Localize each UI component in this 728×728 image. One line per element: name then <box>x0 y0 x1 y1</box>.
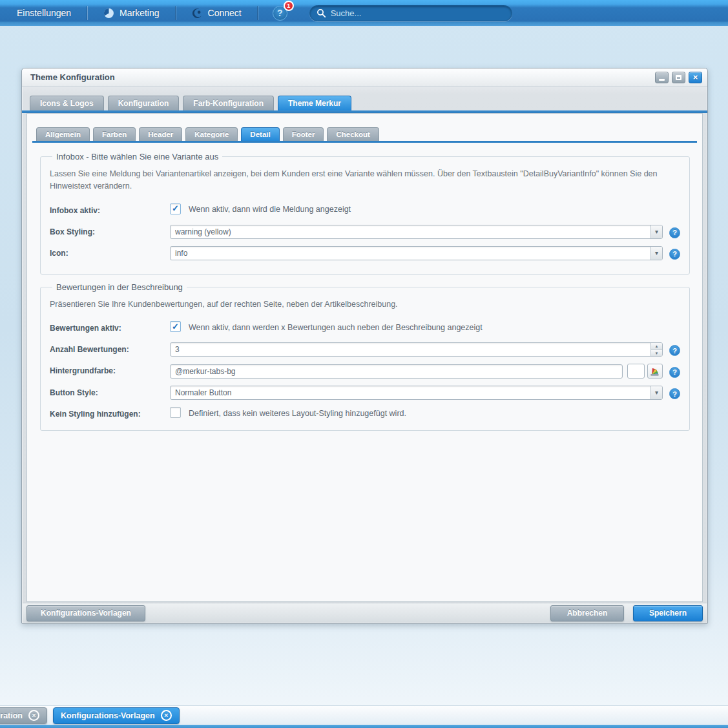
menu-item-marketing[interactable]: Marketing <box>93 2 169 24</box>
menu-separator <box>257 6 258 20</box>
maximize-icon <box>676 75 681 80</box>
fieldset-bewertungen: Bewertungen in der Beschreibung Präsenti… <box>40 282 690 432</box>
help-icon[interactable]: ? <box>669 345 680 356</box>
check-icon: ✓ <box>172 322 179 331</box>
field-label: Anzahl Bewertungen: <box>50 342 170 354</box>
subtab-header[interactable]: Header <box>139 127 182 141</box>
spinner-buttons: ▲ ▼ <box>650 343 662 356</box>
subtab-farben[interactable]: Farben <box>93 127 136 141</box>
menu-item-label: Einstellungen <box>17 8 71 18</box>
taskbar: uration × Konfigurations-Vorlagen × <box>0 705 728 725</box>
window-title: Theme Konfiguration <box>30 72 652 82</box>
checkbox-description: Wenn aktiv, dann werden x Bewertungen au… <box>189 322 483 332</box>
hintergrundfarbe-input[interactable] <box>170 364 623 379</box>
infobox-aktiv-checkbox[interactable]: ✓ <box>170 203 181 214</box>
chevron-down-icon[interactable]: ▾ <box>650 247 662 260</box>
field-label: Bewertungen aktiv: <box>50 321 170 333</box>
form-row-box-styling: Box Styling: ▾ ? <box>50 225 680 239</box>
subtab-checkout[interactable]: Checkout <box>327 127 379 141</box>
form-row-button-style: Button Style: ▾ ? <box>50 386 680 400</box>
taskbar-item-konfiguration[interactable]: uration × <box>0 707 47 724</box>
field-label: Hintergrundfarbe: <box>50 364 170 375</box>
menu-item-label: Connect <box>208 8 242 18</box>
subtab-kategorie[interactable]: Kategorie <box>185 127 238 141</box>
color-picker-button[interactable] <box>647 364 663 379</box>
menu-item-connect[interactable]: Connect <box>182 2 252 24</box>
sub-tabstrip: Allgemein Farben Header Kategorie Detail… <box>32 127 697 141</box>
main-tabstrip: Icons & Logos Konfiguration Farb-Konfigu… <box>22 87 707 110</box>
notification-badge[interactable]: 1 <box>284 1 294 11</box>
help-icon[interactable]: ? <box>669 249 680 260</box>
kein-styling-checkbox[interactable] <box>170 407 181 418</box>
check-icon: ✓ <box>172 204 179 213</box>
close-icon[interactable]: × <box>28 710 39 721</box>
color-swatch[interactable] <box>627 364 645 379</box>
help-icon[interactable]: ? <box>669 388 680 399</box>
tab-icons-logos[interactable]: Icons & Logos <box>30 96 104 110</box>
field-label: Infobox aktiv: <box>50 203 170 215</box>
pie-chart-icon <box>103 8 114 19</box>
fieldset-infobox: Infobox - Bitte wählen Sie eine Variante… <box>40 152 690 275</box>
checkbox-description: Definiert, dass kein weiteres Layout-Sty… <box>189 408 406 418</box>
tab-konfiguration[interactable]: Konfiguration <box>108 96 180 110</box>
taskbar-item-label: uration <box>0 711 23 720</box>
help-icon[interactable]: ? <box>669 367 680 378</box>
box-styling-combobox[interactable] <box>170 225 663 239</box>
button-style-combobox[interactable] <box>170 386 663 400</box>
close-button[interactable]: × <box>689 72 702 83</box>
fieldset-legend: Bewertungen in der Beschreibung <box>52 282 187 292</box>
anzahl-bewertungen-spinner[interactable] <box>170 342 663 357</box>
subtab-detail[interactable]: Detail <box>241 127 279 141</box>
icon-combobox[interactable] <box>170 246 663 260</box>
field-label: Kein Styling hinzufügen: <box>50 407 170 419</box>
spinner-down-icon[interactable]: ▼ <box>650 350 662 357</box>
close-icon[interactable]: × <box>161 710 172 721</box>
chevron-down-icon[interactable]: ▾ <box>650 386 662 399</box>
field-label: Icon: <box>50 246 170 258</box>
field-label: Button Style: <box>50 386 170 397</box>
connect-crescent-icon <box>192 8 203 19</box>
spinner-up-icon[interactable]: ▲ <box>650 343 662 350</box>
taskbar-item-label: Konfigurations-Vorlagen <box>61 711 155 720</box>
help-widget: ? 1 <box>273 6 287 21</box>
chevron-down-icon[interactable]: ▾ <box>650 225 662 238</box>
tab-theme-merkur[interactable]: Theme Merkur <box>278 96 351 110</box>
theme-konfiguration-window: Theme Konfiguration × Icons & Logos Konf… <box>21 68 708 624</box>
checkbox-description: Wenn aktiv, dann wird die Meldung angeze… <box>189 203 351 214</box>
fieldset-description: Lassen Sie eine Meldung bei Variantenart… <box>50 168 680 192</box>
form-row-hintergrundfarbe: Hintergrundfarbe: <box>50 364 680 379</box>
subtab-footer[interactable]: Footer <box>283 127 324 141</box>
subtab-allgemein[interactable]: Allgemein <box>36 127 90 141</box>
bottom-accent-strip <box>0 725 728 728</box>
minimize-icon <box>659 79 665 81</box>
form-row-infobox-aktiv: Infobox aktiv: ✓ Wenn aktiv, dann wird d… <box>50 203 680 218</box>
help-icon[interactable]: ? <box>669 227 680 238</box>
konfigurations-vorlagen-button[interactable]: Konfigurations-Vorlagen <box>26 605 145 621</box>
color-fan-icon <box>650 366 660 377</box>
form-row-kein-styling: Kein Styling hinzufügen: Definiert, dass… <box>50 407 680 421</box>
maximize-button[interactable] <box>672 72 685 83</box>
window-body: Allgemein Farben Header Kategorie Detail… <box>26 113 703 602</box>
search-input[interactable] <box>331 8 505 18</box>
form-row-bewertungen-aktiv: Bewertungen aktiv: ✓ Wenn aktiv, dann we… <box>50 321 680 335</box>
abbrechen-button[interactable]: Abbrechen <box>550 605 624 621</box>
window-titlebar[interactable]: Theme Konfiguration × <box>22 68 707 87</box>
menu-item-einstellungen[interactable]: Einstellungen <box>6 2 81 24</box>
close-icon: × <box>693 73 698 81</box>
tab-farb-konfiguration[interactable]: Farb-Konfiguration <box>183 96 274 110</box>
fieldset-legend: Infobox - Bitte wählen Sie eine Variante… <box>52 152 222 161</box>
minimize-button[interactable] <box>655 72 669 83</box>
topbar: Einstellungen Marketing Connect ? 1 <box>0 0 728 26</box>
speichern-button[interactable]: Speichern <box>633 605 703 621</box>
taskbar-item-konfigurations-vorlagen[interactable]: Konfigurations-Vorlagen × <box>53 707 180 724</box>
form-row-icon: Icon: ▾ ? <box>50 246 680 260</box>
form-row-anzahl-bewertungen: Anzahl Bewertungen: ▲ ▼ ? <box>50 342 680 357</box>
fieldset-description: Präsentieren Sie Ihre Kundenbewertungen,… <box>50 298 680 311</box>
window-footer-toolbar: Konfigurations-Vorlagen Abbrechen Speich… <box>23 603 707 623</box>
menu-separator <box>175 6 176 20</box>
search-icon <box>317 8 326 18</box>
menu-separator <box>87 6 88 20</box>
bewertungen-aktiv-checkbox[interactable]: ✓ <box>170 321 181 332</box>
detail-form: Infobox - Bitte wählen Sie eine Variante… <box>27 143 702 431</box>
global-search <box>309 5 512 21</box>
